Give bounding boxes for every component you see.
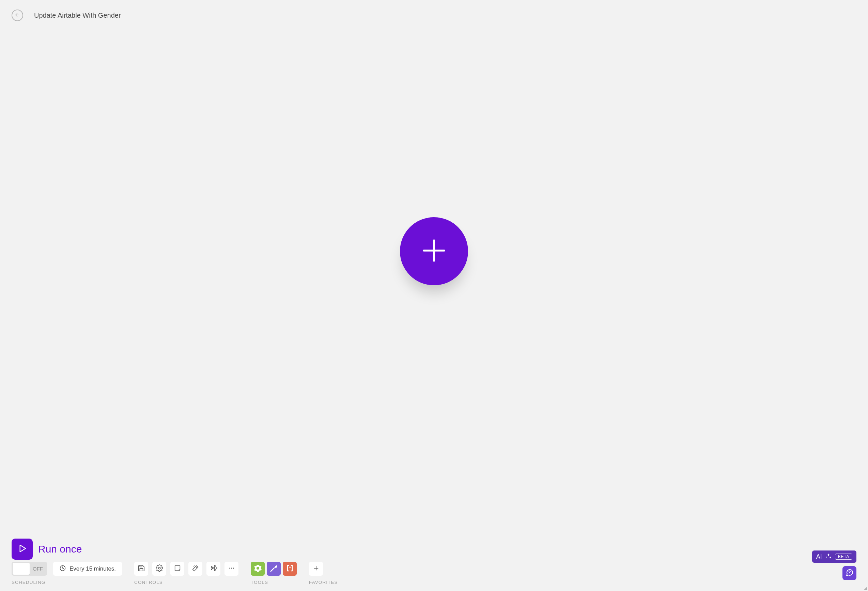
ai-label: AI: [816, 553, 822, 560]
airplane-icon: [210, 564, 217, 573]
scheduling-section-label: SCHEDULING: [12, 580, 122, 585]
help-icon: [846, 569, 854, 578]
run-once-label: Run once: [38, 543, 82, 555]
favorites-group: FAVORITES: [309, 562, 338, 585]
right-stack: AI BETA: [812, 550, 856, 580]
svg-point-11: [231, 567, 232, 569]
wrench-icon: [270, 564, 278, 573]
controls-group: CONTROLS: [134, 562, 238, 585]
toggle-knob: [13, 563, 30, 575]
header: Update Airtable With Gender: [12, 10, 121, 21]
flow-control-tool[interactable]: [251, 562, 265, 576]
brackets-icon: [286, 564, 294, 573]
gear-icon: [156, 564, 163, 573]
sparkle-icon: [825, 553, 831, 560]
play-icon: [17, 543, 27, 555]
svg-point-5: [158, 567, 161, 569]
schedule-interval-label: Every 15 minutes.: [69, 566, 116, 572]
controls-section-label: CONTROLS: [134, 580, 238, 585]
svg-line-6: [196, 566, 197, 568]
favorites-section-label: FAVORITES: [309, 580, 338, 585]
schedule-interval-button[interactable]: Every 15 minutes.: [53, 562, 122, 576]
plus-small-icon: [312, 564, 320, 573]
app-canvas: Update Airtable With Gender Run once: [0, 0, 868, 591]
save-button[interactable]: [134, 562, 148, 576]
run-row: Run once: [12, 539, 82, 560]
resize-corner-icon: ◢: [864, 585, 867, 590]
scheduling-group: OFF Every 15 minutes. SCHEDULING: [12, 562, 122, 585]
more-icon: [228, 564, 235, 573]
add-favorite-button[interactable]: [309, 562, 323, 576]
more-button[interactable]: [224, 562, 238, 576]
clock-icon: [59, 565, 66, 573]
add-module-button[interactable]: [400, 217, 468, 285]
toggle-state-label: OFF: [33, 566, 43, 572]
text-parser-tool[interactable]: [283, 562, 297, 576]
auto-align-button[interactable]: [188, 562, 202, 576]
svg-point-10: [229, 567, 230, 569]
tools-tool[interactable]: [267, 562, 281, 576]
plus-icon: [421, 237, 447, 265]
wand-icon: [192, 564, 199, 573]
save-icon: [137, 564, 145, 573]
back-button[interactable]: [12, 10, 23, 21]
note-icon: [174, 564, 181, 573]
scenario-title[interactable]: Update Airtable With Gender: [34, 12, 121, 19]
arrow-left-icon: [14, 12, 21, 19]
beta-badge: BETA: [835, 554, 852, 560]
ai-assistant-button[interactable]: AI BETA: [812, 550, 856, 563]
tools-section-label: TOOLS: [251, 580, 297, 585]
svg-point-12: [233, 567, 234, 569]
settings-button[interactable]: [152, 562, 166, 576]
help-button[interactable]: [843, 566, 856, 580]
tools-group: TOOLS: [251, 562, 297, 585]
bottom-bar: OFF Every 15 minutes. SCHEDULING: [12, 562, 856, 585]
scheduling-toggle[interactable]: OFF: [12, 562, 47, 576]
gear-filled-icon: [254, 564, 262, 573]
notes-button[interactable]: [170, 562, 184, 576]
svg-marker-3: [20, 545, 25, 552]
explain-flow-button[interactable]: [207, 562, 220, 576]
run-once-button[interactable]: [12, 539, 33, 560]
